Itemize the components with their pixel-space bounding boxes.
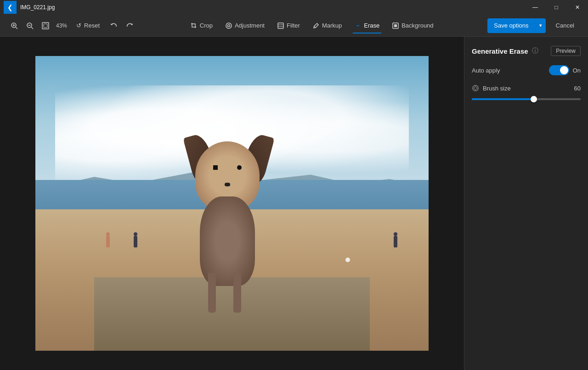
svg-rect-18 xyxy=(394,24,397,27)
brush-size-label: Brush size xyxy=(483,85,511,92)
save-options-button[interactable]: Save options xyxy=(487,18,535,33)
markup-icon xyxy=(313,22,319,29)
crop-icon xyxy=(191,22,197,29)
save-options-dropdown[interactable]: ▾ xyxy=(535,18,546,33)
dog-body xyxy=(200,196,255,286)
brush-label-row: Brush size 60 xyxy=(472,84,581,92)
title-bar-left: ❮ IMG_0221.jpg xyxy=(4,1,55,14)
person-1 xyxy=(106,236,110,247)
background-icon xyxy=(392,22,399,29)
reset-button[interactable]: ↺ Reset xyxy=(71,19,105,32)
auto-apply-label: Auto apply xyxy=(472,67,500,74)
brush-label: Brush size xyxy=(472,84,511,92)
dog-eye-left xyxy=(213,165,218,170)
erase-tool[interactable]: Erase xyxy=(349,19,385,32)
dog-nose xyxy=(225,183,230,186)
reset-icon: ↺ xyxy=(76,22,81,29)
wood-platform xyxy=(94,277,369,351)
erase-icon xyxy=(355,22,361,29)
crop-label: Crop xyxy=(200,22,213,29)
toolbar-center: Crop Adjustment Filter Markup xyxy=(138,19,486,32)
minimize-button[interactable]: — xyxy=(525,0,546,15)
svg-rect-7 xyxy=(42,22,49,29)
dog-leg-front-left xyxy=(208,273,216,313)
erase-label: Erase xyxy=(364,22,379,29)
close-button[interactable]: ✕ xyxy=(567,0,588,15)
adjustment-tool[interactable]: Adjustment xyxy=(220,19,270,32)
cancel-button[interactable]: Cancel xyxy=(549,18,581,33)
filter-tool[interactable]: Filter xyxy=(272,19,305,32)
svg-point-9 xyxy=(226,23,232,28)
svg-line-14 xyxy=(314,26,316,28)
adjustment-icon xyxy=(226,22,232,29)
panel-title: Generative Erase xyxy=(472,47,528,55)
panel-header: Generative Erase ⓘ Preview xyxy=(472,46,581,56)
person-3 xyxy=(394,236,397,247)
toolbar: 43% ↺ Reset Crop xyxy=(0,15,588,37)
back-button[interactable]: ❮ xyxy=(4,1,17,14)
dog-eye-right xyxy=(237,165,242,170)
right-panel: Generative Erase ⓘ Preview Auto apply On xyxy=(464,37,588,370)
image-container xyxy=(35,56,429,351)
person-2 xyxy=(134,236,137,247)
auto-apply-toggle[interactable] xyxy=(549,65,569,75)
toolbar-right: Save options ▾ Cancel xyxy=(487,18,581,33)
toolbar-left: 43% ↺ Reset xyxy=(7,19,136,33)
main-content: Generative Erase ⓘ Preview Auto apply On xyxy=(0,37,588,370)
adjustment-label: Adjustment xyxy=(235,22,265,29)
maximize-button[interactable]: □ xyxy=(546,0,567,15)
zoom-level: 43% xyxy=(56,22,67,29)
redo-button[interactable] xyxy=(123,19,136,33)
photo xyxy=(35,56,429,351)
zoom-in-button[interactable] xyxy=(7,19,21,33)
crop-tool[interactable]: Crop xyxy=(185,19,218,32)
auto-apply-toggle-container: On xyxy=(549,65,581,75)
zoom-out-button[interactable] xyxy=(23,19,37,33)
info-icon[interactable]: ⓘ xyxy=(532,47,538,55)
title-bar: ❮ IMG_0221.jpg — □ ✕ xyxy=(0,0,588,15)
dog-leg-front-right xyxy=(233,273,241,313)
slider-fill xyxy=(472,98,534,100)
svg-rect-8 xyxy=(44,24,47,28)
brush-size-row: Brush size 60 xyxy=(472,84,581,102)
markup-label: Markup xyxy=(322,22,342,29)
svg-line-1 xyxy=(16,27,17,29)
svg-line-5 xyxy=(31,27,33,29)
filter-label: Filter xyxy=(287,22,300,29)
background-label: Background xyxy=(401,22,433,29)
fit-screen-button[interactable] xyxy=(39,19,52,33)
svg-point-20 xyxy=(474,87,477,90)
toggle-thumb xyxy=(560,66,568,74)
dog xyxy=(181,148,273,286)
undo-button[interactable] xyxy=(107,19,121,33)
save-options-group: Save options ▾ xyxy=(487,18,545,33)
preview-button[interactable]: Preview xyxy=(551,46,581,56)
background-tool[interactable]: Background xyxy=(387,19,439,32)
svg-rect-11 xyxy=(278,23,283,28)
reset-label: Reset xyxy=(84,22,100,29)
brush-size-icon xyxy=(472,84,479,92)
brush-size-value: 60 xyxy=(574,85,581,92)
filter-icon xyxy=(277,22,284,29)
auto-apply-row: Auto apply On xyxy=(472,65,581,75)
svg-point-10 xyxy=(227,24,230,27)
brush-size-slider[interactable] xyxy=(472,98,581,100)
slider-thumb[interactable] xyxy=(531,96,537,102)
canvas-area[interactable] xyxy=(0,37,464,370)
toggle-state: On xyxy=(573,67,581,74)
window-title: IMG_0221.jpg xyxy=(20,4,55,11)
window-controls: — □ ✕ xyxy=(525,0,588,15)
markup-tool[interactable]: Markup xyxy=(307,19,347,32)
